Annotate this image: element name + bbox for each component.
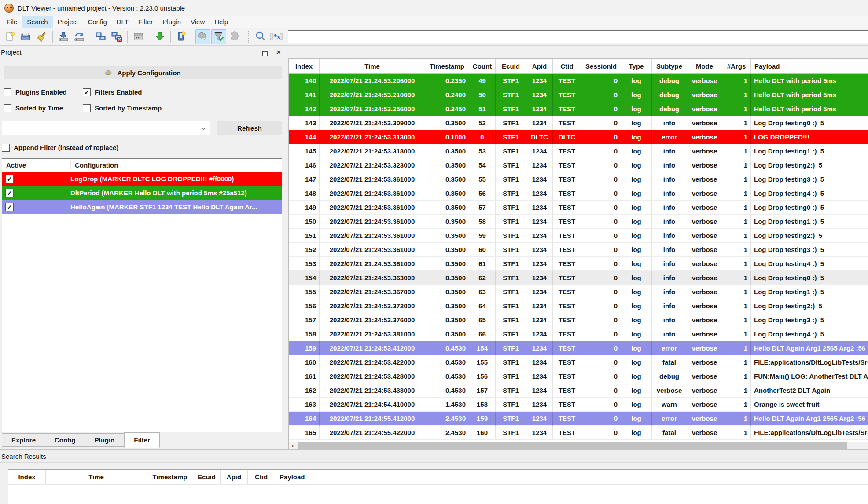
- filter-combo[interactable]: ⌄: [2, 121, 210, 135]
- filter-row[interactable]: ✓DltPeriod (MARKER Hello DLT with period…: [2, 186, 282, 200]
- log-col-ctid[interactable]: Ctid: [553, 59, 581, 73]
- table-row[interactable]: 1612022/07/21 21:24:53.4280000.4530156ST…: [289, 369, 868, 383]
- append-filter-checkbox-box[interactable]: [2, 144, 10, 152]
- table-row[interactable]: 1432022/07/21 21:24:53.3090000.350052STF…: [289, 116, 868, 130]
- filter-row[interactable]: ✓LogDrop (MARKER DLTC LOG DROPPED!!! #ff…: [2, 172, 282, 186]
- table-row[interactable]: 1632022/07/21 21:24:54.4100001.4530158ST…: [289, 398, 868, 412]
- menu-search[interactable]: Search: [22, 16, 53, 28]
- refresh-button[interactable]: Refresh: [217, 121, 282, 135]
- connect-ecu-icon[interactable]: [93, 29, 108, 44]
- search-col-timestamp[interactable]: Timestamp: [147, 470, 193, 484]
- log-col-apid[interactable]: Apid: [526, 59, 553, 73]
- marker-icon[interactable]: [174, 29, 189, 44]
- regex-icon[interactable]: *x: [269, 29, 284, 44]
- horizontal-scrollbar[interactable]: ‹: [289, 442, 868, 449]
- jump-to-end-icon[interactable]: [152, 29, 167, 44]
- table-row[interactable]: 1452022/07/21 21:24:53.3180000.350053STF…: [289, 144, 868, 158]
- checkbox-box[interactable]: [4, 104, 11, 112]
- filter-active-checkbox[interactable]: ✓: [5, 175, 14, 183]
- table-row[interactable]: 1512022/07/21 21:24:53.3610000.350059STF…: [289, 229, 868, 243]
- search-icon[interactable]: [253, 29, 268, 44]
- table-row[interactable]: 1472022/07/21 21:24:53.3610000.350055STF…: [289, 172, 868, 186]
- log-col-type[interactable]: Type: [621, 59, 652, 73]
- log-col-count[interactable]: Count: [469, 59, 496, 73]
- checkbox-filters-enabled[interactable]: ✓Filters Enabled: [83, 87, 284, 98]
- dock-close-icon[interactable]: ✕: [276, 49, 281, 55]
- table-row[interactable]: 1582022/07/21 21:24:53.3810000.350066STF…: [289, 327, 868, 341]
- table-row[interactable]: 1542022/07/21 21:24:53.3630000.350062STF…: [289, 271, 868, 285]
- import-dlt-icon[interactable]: [56, 29, 71, 44]
- search-input[interactable]: [288, 30, 868, 43]
- table-row[interactable]: 1592022/07/21 21:24:53.4120000.4530154ST…: [289, 341, 868, 355]
- table-row[interactable]: 1652022/07/21 21:24:55.4220002.4530160ST…: [289, 426, 868, 440]
- table-row[interactable]: 1602022/07/21 21:24:53.4220000.4530155ST…: [289, 355, 868, 369]
- checkbox-box[interactable]: [4, 88, 11, 96]
- log-col-time[interactable]: Time: [320, 59, 425, 73]
- filter-col-configuration[interactable]: Configuration: [70, 161, 282, 169]
- tab-explore[interactable]: Explore: [2, 433, 45, 447]
- apply-configuration-button[interactable]: Apply Configuration: [4, 66, 282, 79]
- checkbox-sorted-by-time[interactable]: Sorted by Time: [4, 102, 83, 113]
- filter-active-checkbox[interactable]: ✓: [5, 189, 14, 197]
- checkbox-box[interactable]: [83, 104, 91, 112]
- counter-icon[interactable]: [131, 29, 146, 44]
- filter-active-checkbox[interactable]: ✓: [5, 203, 14, 211]
- table-row[interactable]: 1642022/07/21 21:24:55.4120002.4530159ST…: [289, 412, 868, 426]
- log-col-payload[interactable]: Payload: [751, 59, 868, 73]
- tab-plugin[interactable]: Plugin: [85, 433, 125, 447]
- menu-dlt[interactable]: DLT: [112, 16, 133, 28]
- scrollbar-thumb[interactable]: [298, 442, 847, 449]
- disconnect-ecu-icon[interactable]: [109, 29, 124, 44]
- filter-toggle-icon[interactable]: [211, 29, 226, 44]
- search-col-ecuid[interactable]: Ecuid: [193, 470, 221, 484]
- search-col-time[interactable]: Time: [46, 470, 147, 484]
- filter-row[interactable]: ✓HelloAgain (MARKER STF1 1234 TEST Hello…: [2, 200, 282, 214]
- plugin-icon[interactable]: [227, 29, 242, 44]
- scroll-left-icon[interactable]: ‹: [289, 442, 297, 449]
- search-col-index[interactable]: Index: [8, 470, 46, 484]
- checkbox-sorted-by-timestamp[interactable]: Sorted by Timestamp: [83, 102, 284, 113]
- table-row[interactable]: 1422022/07/21 21:24:53.2560000.245051STF…: [289, 102, 868, 116]
- log-col-sessionid[interactable]: SessionId: [581, 59, 621, 73]
- log-col-timestamp[interactable]: Timestamp: [425, 59, 469, 73]
- tab-config[interactable]: Config: [45, 433, 85, 447]
- export-dlt-icon[interactable]: [72, 29, 87, 44]
- table-row[interactable]: 1532022/07/21 21:24:53.3610000.350061STF…: [289, 257, 868, 271]
- apply-config-icon[interactable]: [195, 29, 210, 44]
- menu-filter[interactable]: Filter: [133, 16, 158, 28]
- log-col-mode[interactable]: Mode: [687, 59, 722, 73]
- dock-float-icon[interactable]: [264, 50, 269, 55]
- append-filter-checkbox[interactable]: Append Filter (instead of replace): [2, 142, 284, 153]
- table-row[interactable]: 1482022/07/21 21:24:53.3610000.350056STF…: [289, 186, 868, 201]
- filter-col-active[interactable]: Active: [2, 161, 70, 169]
- log-col-subtype[interactable]: Subtype: [652, 59, 687, 73]
- menu-help[interactable]: Help: [210, 16, 233, 28]
- log-col-index[interactable]: Index: [289, 59, 320, 73]
- log-col-numargs[interactable]: #Args: [722, 59, 751, 73]
- checkbox-plugins-enabled[interactable]: Plugins Enabled: [4, 87, 83, 98]
- table-row[interactable]: 1462022/07/21 21:24:53.3230000.350054STF…: [289, 158, 868, 172]
- clear-icon[interactable]: [34, 29, 49, 44]
- menu-project[interactable]: Project: [53, 16, 83, 28]
- table-row[interactable]: 1622022/07/21 21:24:53.4330000.4530157ST…: [289, 383, 868, 398]
- menu-file[interactable]: File: [2, 16, 22, 28]
- table-row[interactable]: 1522022/07/21 21:24:53.3610000.350060STF…: [289, 243, 868, 257]
- search-col-ctid[interactable]: Ctid: [248, 470, 275, 484]
- search-col-payload[interactable]: Payload: [275, 470, 868, 484]
- new-file-icon[interactable]: [3, 29, 18, 44]
- table-row[interactable]: 1402022/07/21 21:24:53.2060000.235049STF…: [289, 74, 868, 88]
- log-col-ecuid[interactable]: Ecuid: [496, 59, 526, 73]
- table-row[interactable]: 1442022/07/21 21:24:53.3130000.10000STF1…: [289, 130, 868, 144]
- checkbox-box[interactable]: ✓: [83, 88, 91, 96]
- menu-view[interactable]: View: [186, 16, 210, 28]
- table-row[interactable]: 1552022/07/21 21:24:53.3670000.350063STF…: [289, 285, 868, 299]
- menu-config[interactable]: Config: [83, 16, 111, 28]
- tab-filter[interactable]: Filter: [124, 432, 160, 448]
- search-col-apid[interactable]: Apid: [221, 470, 248, 484]
- table-row[interactable]: 1412022/07/21 21:24:53.2100000.240050STF…: [289, 88, 868, 102]
- table-row[interactable]: 1562022/07/21 21:24:53.3720000.350064STF…: [289, 299, 868, 313]
- table-row[interactable]: 1502022/07/21 21:24:53.3610000.350058STF…: [289, 215, 868, 229]
- open-file-icon[interactable]: [18, 29, 33, 44]
- table-row[interactable]: 1572022/07/21 21:24:53.3760000.350065STF…: [289, 313, 868, 327]
- table-row[interactable]: 1492022/07/21 21:24:53.3610000.350057STF…: [289, 201, 868, 215]
